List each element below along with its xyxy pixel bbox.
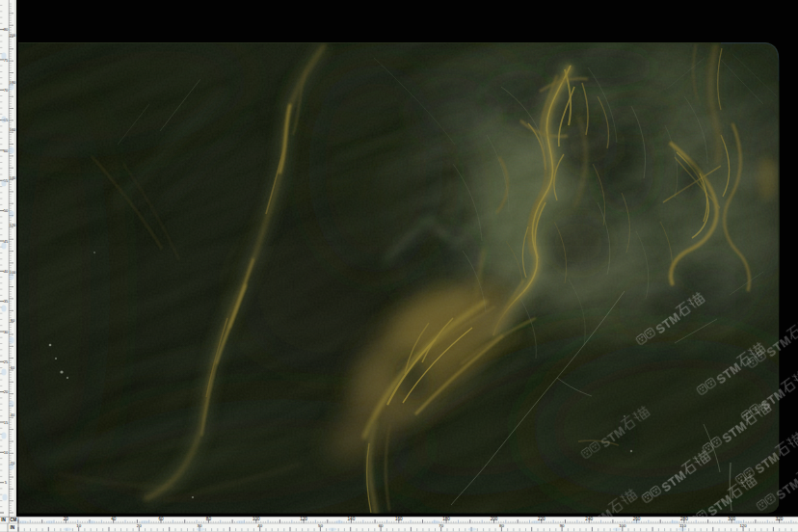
svg-text:50: 50 bbox=[4, 208, 9, 213]
svg-text:IN: IN bbox=[11, 525, 15, 530]
svg-text:120: 120 bbox=[300, 517, 307, 521]
svg-text:240: 240 bbox=[585, 517, 593, 521]
svg-text:60: 60 bbox=[379, 523, 384, 528]
svg-text:60: 60 bbox=[158, 517, 164, 521]
svg-text:15: 15 bbox=[4, 420, 9, 425]
svg-text:10: 10 bbox=[76, 523, 81, 528]
svg-text:20: 20 bbox=[64, 517, 69, 521]
svg-text:40: 40 bbox=[111, 517, 117, 521]
svg-text:180: 180 bbox=[442, 517, 450, 521]
svg-text:300: 300 bbox=[728, 517, 735, 521]
svg-text:90: 90 bbox=[560, 523, 565, 528]
svg-text:80: 80 bbox=[4, 27, 9, 32]
svg-text:40: 40 bbox=[4, 269, 9, 274]
svg-text:320: 320 bbox=[776, 517, 784, 521]
svg-text:60: 60 bbox=[4, 148, 9, 153]
svg-text:35: 35 bbox=[4, 299, 9, 304]
svg-text:140: 140 bbox=[348, 517, 356, 521]
svg-text:30: 30 bbox=[4, 330, 9, 334]
svg-text:160: 160 bbox=[395, 517, 403, 521]
svg-text:20: 20 bbox=[137, 523, 142, 528]
svg-text:100: 100 bbox=[253, 517, 260, 521]
svg-text:70: 70 bbox=[4, 88, 9, 93]
svg-text:80: 80 bbox=[499, 523, 504, 528]
svg-text:40: 40 bbox=[257, 523, 262, 528]
svg-text:50: 50 bbox=[318, 523, 323, 528]
svg-text:120: 120 bbox=[739, 523, 747, 528]
svg-text:100: 100 bbox=[619, 523, 626, 528]
svg-text:CM: CM bbox=[10, 518, 16, 522]
svg-text:IN: IN bbox=[1, 518, 6, 522]
svg-text:70: 70 bbox=[439, 523, 443, 528]
svg-text:280: 280 bbox=[680, 517, 688, 521]
svg-text:20: 20 bbox=[4, 389, 9, 394]
svg-text:25: 25 bbox=[4, 359, 9, 364]
svg-text:200: 200 bbox=[491, 517, 498, 521]
svg-text:80: 80 bbox=[206, 517, 212, 521]
svg-text:10: 10 bbox=[4, 450, 9, 455]
